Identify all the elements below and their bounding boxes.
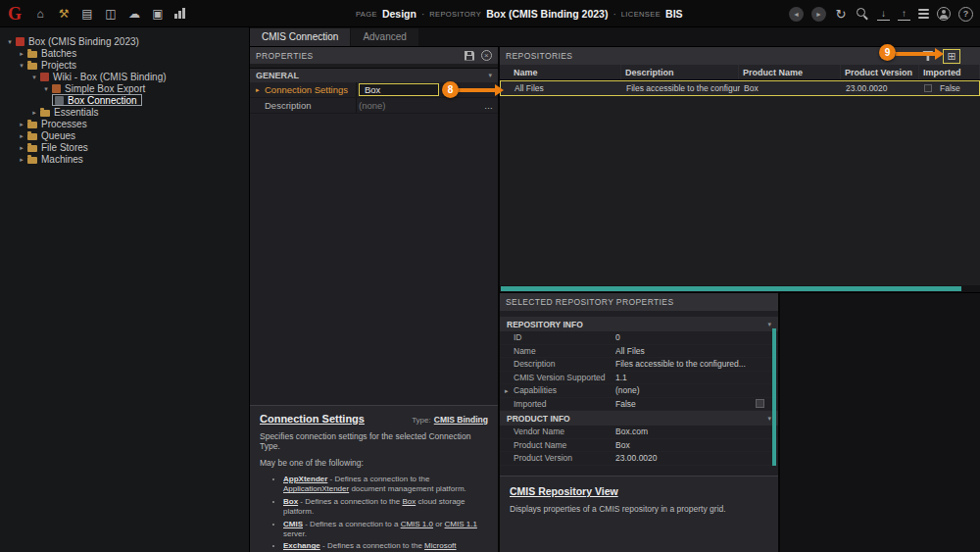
tree-item-projects[interactable]: ▾ Projects [0,59,249,71]
more-button[interactable]: … [484,101,494,111]
expander-icon[interactable]: ▾ [28,74,40,80]
expander-icon[interactable]: ▸ [28,109,40,116]
property-row-product-version[interactable]: Product Version 23.00.0020 [500,452,778,466]
connection-type-item: Box - Defines a connection to the Box cl… [283,497,488,518]
column-product-version[interactable]: Product Version [841,65,919,79]
expander-icon[interactable]: ▾ [16,62,27,69]
clipboard-icon[interactable]: ▣ [151,8,165,20]
selected-repository-panel: SELECTED REPOSITORY PROPERTIES REPOSITOR… [500,293,780,552]
separator: · [612,9,615,20]
horizontal-scrollbar[interactable] [500,285,980,292]
help-link[interactable]: AppXtender [283,475,327,483]
column-name[interactable]: Name [500,65,621,79]
help-link[interactable]: CMIS 1.0 [401,520,433,528]
property-row-capabilities[interactable]: ▸ Capabilities (none) [500,384,778,398]
tab-strip: CMIS Connection Advanced [250,27,980,47]
description-value[interactable]: (none) [359,100,385,111]
save-icon[interactable] [465,51,474,61]
properties-grid-empty [250,114,498,405]
repository-info-header[interactable]: REPOSITORY INFO ▾ [500,317,778,331]
repository-row-all-files[interactable]: All Files Files accessible to the config… [500,80,980,96]
tree-item-processes[interactable]: ▸ Processes [0,118,249,129]
repository-node-icon [16,37,24,46]
empty-pane [780,293,980,552]
import-repository-icon[interactable]: ⊞ [943,49,960,64]
cell-product-name: Box [740,83,842,93]
expander-icon[interactable]: ▸ [16,50,27,57]
cell-imported: False [920,83,979,93]
help-link[interactable]: ApplicationXtender [283,484,349,493]
description-row[interactable]: Description (none) … [250,98,498,114]
package-icon[interactable]: ◫ [104,8,118,20]
tree-item-machines[interactable]: ▸ Machines [0,153,249,165]
account-icon[interactable] [937,7,951,21]
column-description[interactable]: Description [621,65,739,79]
help-title-link[interactable]: CMIS Repository View [510,485,618,497]
property-row-id[interactable]: ID 0 [500,331,778,345]
expander-icon[interactable]: ▾ [4,38,16,45]
column-imported[interactable]: Imported [919,65,980,79]
property-row-name[interactable]: Name All Files [500,345,778,359]
expander-icon[interactable]: ▸ [256,86,265,93]
folder-icon [27,63,37,70]
upload-icon[interactable]: ↑ [898,8,910,21]
help-link[interactable]: Box [402,497,416,506]
back-icon[interactable]: ◄ [789,7,804,22]
toolbar-left-icons: ⌂ ⚒ ▤ ◫ ☁ ▣ [33,8,185,20]
tools-icon[interactable]: ⚒ [57,8,71,20]
download-icon[interactable]: ↓ [877,8,890,21]
product-info-header[interactable]: PRODUCT INFO ▾ [500,411,778,426]
tree-item-simple-box-export[interactable]: ▾ Simple Box Export [0,82,249,94]
help-icon[interactable]: ? [958,7,973,22]
tree-item-batches[interactable]: ▸ Batches [0,47,249,59]
home-icon[interactable]: ⌂ [33,8,47,20]
description-label: Description [265,100,312,111]
close-icon[interactable]: × [481,50,492,61]
library-icon[interactable]: ▤ [80,8,94,20]
type-label: Type: [412,416,431,425]
connection-settings-value[interactable]: Box [359,83,439,96]
expander-icon[interactable]: ▸ [16,121,27,127]
expander-icon[interactable]: ▸ [16,132,27,139]
repository-value[interactable]: Box (CMIS Binding 2023) [486,8,608,20]
help-link[interactable]: Box [283,497,298,506]
expander-icon[interactable]: ▸ [16,156,27,163]
tree-item-file-stores[interactable]: ▸ File Stores [0,141,249,153]
search-icon[interactable] [856,7,869,21]
help-link[interactable]: CMIS [283,520,303,528]
expander-icon[interactable]: ▸ [505,387,514,394]
forward-icon[interactable]: ► [811,7,826,22]
tree-item-box-connection[interactable]: Box Connection [0,94,249,106]
layers-icon[interactable] [918,9,929,20]
stats-chart-icon[interactable] [174,8,185,19]
vertical-scrollbar[interactable] [772,328,776,466]
help-link[interactable]: CMIS 1.1 [445,520,477,528]
tree-item-wiki-project[interactable]: ▾ Wiki - Box (CMIS Binding) [0,71,249,82]
tab-advanced[interactable]: Advanced [351,28,417,46]
property-row-description[interactable]: Description Files accessible to the conf… [500,358,778,372]
tree-item-label: Box (CMIS Binding 2023) [28,36,139,47]
help-link[interactable]: Exchange [283,541,320,550]
general-section-header[interactable]: GENERAL ▾ [250,69,498,82]
callout-8-arrow [458,88,497,92]
column-product-name[interactable]: Product Name [739,65,841,79]
tree-item-essentials[interactable]: ▸ Essentials [0,106,249,118]
property-row-product-name[interactable]: Product Name Box [500,439,778,453]
page-value[interactable]: Design [382,8,416,20]
type-value-link[interactable]: CMIS Binding [434,415,488,425]
tab-cmis-connection[interactable]: CMIS Connection [250,28,350,46]
scrollbar-thumb[interactable] [501,286,961,291]
property-value: 0 [615,332,778,342]
expander-icon[interactable]: ▸ [16,144,27,151]
chevron-down-icon: ▾ [767,321,771,328]
property-value: False [615,399,636,409]
help-title-link[interactable]: Connection Settings [260,413,365,425]
property-row-vendor-name[interactable]: Vendor Name Box.com [500,426,778,439]
refresh-icon[interactable]: ↻ [834,8,848,21]
tree-item-root[interactable]: ▾ Box (CMIS Binding 2023) [0,35,249,47]
tree-item-queues[interactable]: ▸ Queues [0,129,249,141]
cloud-icon[interactable]: ☁ [127,8,141,20]
property-row-cmis-version[interactable]: CMIS Version Supported 1.1 [500,372,778,385]
expander-icon[interactable]: ▾ [40,85,52,92]
property-row-imported[interactable]: Imported False [500,398,778,412]
